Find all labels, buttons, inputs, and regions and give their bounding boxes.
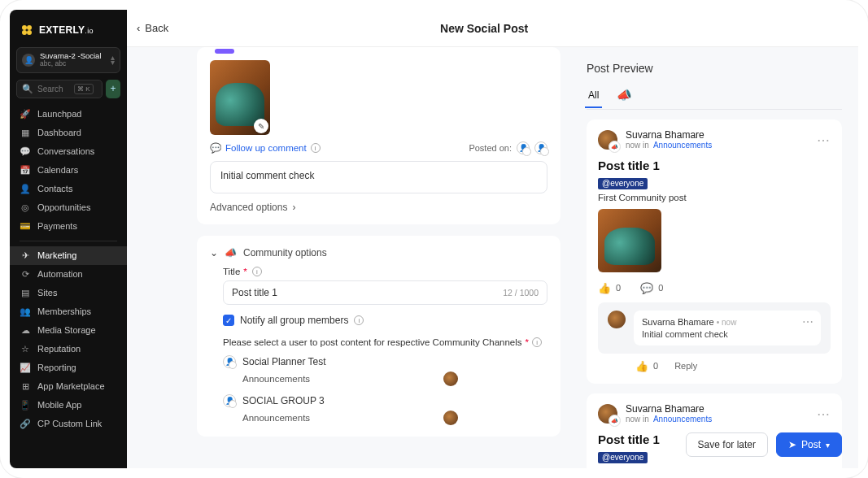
post-menu-icon[interactable]: ⋯ <box>817 406 831 422</box>
nav-item-automation[interactable]: ⟳Automation <box>10 265 127 284</box>
advanced-options-toggle[interactable]: Advanced options › <box>210 202 547 213</box>
everyone-tag: @everyone <box>598 178 648 189</box>
nav-label: Conversations <box>37 146 94 156</box>
preview-tab-all[interactable]: All <box>587 85 600 107</box>
community-heading[interactable]: ⌄ 📣 Community options <box>210 247 547 259</box>
nav-label: Calendars <box>37 165 78 175</box>
channel-user-avatar[interactable] <box>443 372 458 386</box>
channel-group: 👤 Social Planner Test Announcements <box>223 355 547 386</box>
preview-post-1: Suvarna Bhamare now in Announcements ⋯ P… <box>587 120 842 384</box>
post-label: Post <box>801 439 821 450</box>
nav-label: Launchpad <box>37 109 81 119</box>
main: ‹ Back New Social Post ✎ 💬 <box>127 10 858 468</box>
channel-user-avatar[interactable] <box>443 411 458 425</box>
notify-checkbox-row[interactable]: ✓ Notify all group members i <box>223 315 547 326</box>
nav-item-dashboard[interactable]: ▦Dashboard <box>10 124 127 142</box>
nav-label: Payments <box>37 221 77 231</box>
nav-icon: 💬 <box>20 146 31 157</box>
edit-image-icon[interactable]: ✎ <box>254 119 268 133</box>
channel-name: Announcements <box>242 413 310 423</box>
brand-logo: EXTERLY.io <box>10 18 127 47</box>
nav-item-marketing[interactable]: ✈Marketing <box>10 246 127 265</box>
nav-label: Reputation <box>37 344 81 354</box>
post-button[interactable]: ➤ Post ▾ <box>776 432 842 457</box>
nav-label: Dashboard <box>37 128 81 137</box>
nav-item-conversations[interactable]: 💬Conversations <box>10 142 127 161</box>
nav-item-media-storage[interactable]: ☁Media Storage <box>10 321 127 340</box>
group-profile-icon[interactable]: 👤 <box>223 355 236 368</box>
channel-row[interactable]: Announcements <box>223 407 547 425</box>
posted-profile-2-icon[interactable]: 👤 <box>534 141 547 154</box>
info-icon[interactable]: i <box>252 267 262 276</box>
nav-item-sites[interactable]: ▤Sites <box>10 284 127 302</box>
comment-author: Suvarna Bhamare <box>642 317 714 327</box>
channel-name: Announcements <box>242 374 310 384</box>
group-profile-icon[interactable]: 👤 <box>223 394 236 407</box>
preview-column: Post Preview All 📣 Suvarna Bhamare now i… <box>570 47 858 468</box>
info-icon[interactable]: i <box>532 337 542 347</box>
post-channel-link[interactable]: Announcements <box>653 415 712 424</box>
nav-item-app-marketplace[interactable]: ⊞App Marketplace <box>10 377 127 396</box>
comment-menu-icon[interactable]: ⋯ <box>802 315 814 328</box>
nav-separator <box>20 241 117 241</box>
nav-item-reputation[interactable]: ☆Reputation <box>10 340 127 358</box>
preview-post-image[interactable] <box>598 209 661 272</box>
title-input-wrap[interactable]: 12 / 1000 <box>223 280 547 305</box>
nav-item-memberships[interactable]: 👥Memberships <box>10 302 127 321</box>
nav-item-payments[interactable]: 💳Payments <box>10 217 127 236</box>
search-input[interactable] <box>37 85 70 93</box>
nav-item-launchpad[interactable]: 🚀Launchpad <box>10 105 127 124</box>
post-menu-icon[interactable]: ⋯ <box>817 133 831 148</box>
follow-up-label: Follow up comment <box>225 143 307 153</box>
title-input[interactable] <box>232 287 503 298</box>
thumbs-up-icon: 👍 <box>635 360 648 372</box>
preview-header: Post Preview <box>587 62 842 75</box>
comment-reply-action[interactable]: Reply <box>674 360 697 372</box>
send-icon: ➤ <box>788 439 796 450</box>
community-heading-label: Community options <box>243 247 327 259</box>
search-input-wrap[interactable]: 🔍 ⌘ K <box>16 80 103 98</box>
sidebar: EXTERLY.io 👤 Suvarna-2 -Social abc, abc … <box>10 10 127 468</box>
follow-up-comment-link[interactable]: 💬 Follow up comment i <box>210 142 321 154</box>
nav-item-cp-custom-link[interactable]: 🔗CP Custom Link <box>10 415 127 433</box>
info-icon[interactable]: i <box>311 143 321 153</box>
title-counter: 12 / 1000 <box>503 288 539 298</box>
preview-tab-announcements[interactable]: 📣 <box>615 83 634 109</box>
nav-icon: ⟳ <box>20 269 31 280</box>
search-kbd: ⌘ K <box>74 84 94 94</box>
nav-icon: ☁ <box>20 325 31 336</box>
format-chip <box>215 49 234 54</box>
comment-textfield[interactable]: Initial comment check <box>210 161 547 193</box>
thumbs-up-icon: 👍 <box>598 282 611 294</box>
account-switcher[interactable]: 👤 Suvarna-2 -Social abc, abc ▴▾ <box>16 47 120 73</box>
comment-like-action[interactable]: 👍0 <box>635 360 658 372</box>
author-avatar <box>598 130 617 150</box>
channel-group-header: 👤 SOCIAL GROUP 3 <box>223 394 547 407</box>
back-button[interactable]: ‹ Back <box>137 22 168 34</box>
notify-checkbox[interactable]: ✓ <box>223 315 234 326</box>
nav-item-reporting[interactable]: 📈Reporting <box>10 358 127 377</box>
nav-item-contacts[interactable]: 👤Contacts <box>10 180 127 198</box>
brand-mark-icon <box>20 23 34 37</box>
nav-icon: 📅 <box>20 165 31 176</box>
comment-action[interactable]: 💬0 <box>640 282 663 294</box>
posted-profile-1-icon[interactable]: 👤 <box>517 141 530 154</box>
advanced-label: Advanced options <box>210 202 287 213</box>
nav-label: Opportunities <box>37 202 90 212</box>
save-for-later-button[interactable]: Save for later <box>686 432 768 457</box>
like-action[interactable]: 👍0 <box>598 282 621 294</box>
info-icon[interactable]: i <box>354 315 364 325</box>
compose-column: ✎ 💬 Follow up comment i Posted on: 👤 👤 <box>127 47 570 468</box>
nav-item-calendars[interactable]: 📅Calendars <box>10 161 127 180</box>
nav-item-opportunities[interactable]: ◎Opportunities <box>10 198 127 217</box>
preview-post-2: Suvarna Bhamare now in Announcements ⋯ P… <box>587 393 842 468</box>
add-button[interactable]: + <box>106 80 120 98</box>
post-channel-link[interactable]: Announcements <box>653 141 712 150</box>
attached-image-thumb[interactable]: ✎ <box>210 60 270 135</box>
select-user-label-row: Please select a user to post content for… <box>223 337 547 347</box>
nav-icon: ✈ <box>20 250 31 261</box>
nav-item-mobile-app[interactable]: 📱Mobile App <box>10 396 127 415</box>
channel-group: 👤 SOCIAL GROUP 3 Announcements <box>223 394 547 425</box>
account-avatar-icon: 👤 <box>22 54 35 67</box>
channel-row[interactable]: Announcements <box>223 368 547 386</box>
